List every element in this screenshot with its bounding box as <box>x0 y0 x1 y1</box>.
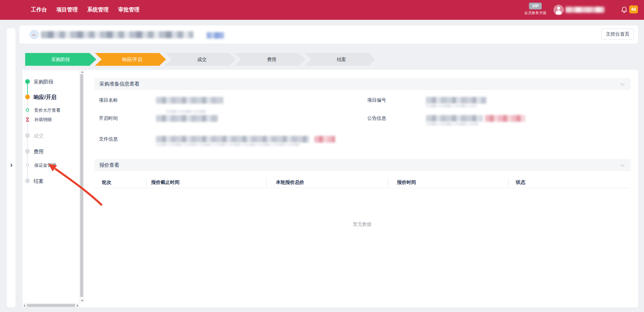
sidebar-item-response-open[interactable]: 响应/开启 <box>34 94 56 101</box>
section-quote-view-title: 报价查看 <box>99 162 119 168</box>
field-label-project-number: 项目编号 <box>367 97 386 103</box>
status-dot-done <box>25 79 30 84</box>
notification-count-badge[interactable]: 46 <box>629 5 638 13</box>
page-header-card: ← 主控台首页 <box>19 25 638 44</box>
horizontal-scrollbar-thumb[interactable] <box>27 304 75 307</box>
column-header-quote-time: 报价时间 <box>397 179 416 186</box>
nav-item-project-management[interactable]: 项目管理 <box>56 6 78 13</box>
announcement-link-redacted <box>485 115 525 122</box>
step-close-case[interactable]: 结案 <box>304 53 375 66</box>
status-dot-disabled <box>25 133 30 138</box>
nav-item-workbench[interactable]: 工作台 <box>31 6 47 13</box>
step-response-open[interactable]: 响应/开启 <box>95 53 166 66</box>
field-label-open-time: 开启时间 <box>99 115 118 121</box>
column-header-status: 状态 <box>516 179 525 186</box>
announcement-value-redacted-line2 <box>426 122 478 125</box>
main-panel: 采购准备信息查看 项目名称 项目编号 开启时间 公告信息 文件信息 报价查看 <box>84 70 638 307</box>
sidebar-vertical-scrollbar[interactable] <box>79 70 84 303</box>
status-chip-redacted <box>207 32 224 39</box>
sidebar-item-deposit-management[interactable]: 保证金管理 <box>34 162 56 168</box>
scroll-right-arrow-icon[interactable] <box>77 304 78 307</box>
vip-caption: 会员服务升级 <box>523 10 548 15</box>
status-ring-deposit <box>26 163 29 167</box>
nav-item-approval-management[interactable]: 审批管理 <box>118 6 140 13</box>
open-time-value-redacted-line0 <box>166 110 206 113</box>
column-divider <box>146 178 146 187</box>
step-purchase-stage[interactable]: 采购阶段 <box>25 53 96 66</box>
vertical-scrollbar-thumb[interactable] <box>80 74 83 297</box>
back-icon: ← <box>32 31 37 37</box>
sidebar-item-purchase-stage[interactable]: 采购阶段 <box>34 79 54 85</box>
console-home-button[interactable]: 主控台首页 <box>601 29 634 40</box>
file-info-value-redacted-line2 <box>156 143 300 146</box>
project-number-value-redacted <box>426 97 486 104</box>
field-label-project-name: 项目名称 <box>99 97 118 103</box>
file-info-value-redacted <box>156 136 310 143</box>
table-header-border <box>95 188 630 188</box>
scroll-left-arrow-icon[interactable] <box>23 304 25 307</box>
project-number-value-redacted-line2 <box>426 104 476 107</box>
column-header-quote-deadline: 报价截止时间 <box>151 179 179 186</box>
expand-panel-chevron-right-icon[interactable] <box>9 164 13 167</box>
scroll-down-arrow-icon[interactable] <box>81 300 84 302</box>
sidebar-item-fee[interactable]: 费用 <box>34 149 44 155</box>
empty-data-text: 暂无数据 <box>95 221 630 227</box>
collapse-chevron-down-icon[interactable] <box>620 81 625 86</box>
status-ring-bidding-hall <box>26 108 29 112</box>
sidebar-item-deal[interactable]: 成交 <box>34 133 44 139</box>
user-avatar[interactable] <box>553 5 564 15</box>
main-menu: 工作台 项目管理 系统管理 审批管理 <box>31 0 140 20</box>
status-dot-pending <box>25 149 30 154</box>
section-quote-view-header[interactable]: 报价查看 <box>95 159 631 171</box>
vip-upgrade[interactable]: VIP 会员服务升级 <box>523 3 548 15</box>
file-info-link-redacted <box>314 136 335 143</box>
sidebar-horizontal-scrollbar[interactable] <box>22 303 79 307</box>
column-divider <box>266 178 267 187</box>
sidebar-item-bidding-hall-view[interactable]: 竞价大厅查看 <box>34 107 60 113</box>
field-label-file-info: 文件信息 <box>99 136 118 142</box>
hourglass-icon <box>25 117 30 122</box>
sidebar-item-close-case[interactable]: 结案 <box>34 178 44 185</box>
open-time-value-redacted <box>156 115 218 122</box>
collapsed-panel <box>7 28 15 307</box>
announcement-value-redacted <box>426 115 482 122</box>
field-label-announcement-info: 公告信息 <box>367 115 386 121</box>
status-dot-pending <box>25 178 30 183</box>
step-deal[interactable]: 成交 <box>165 53 236 66</box>
username-redacted <box>566 7 604 13</box>
section-purchase-prep-title: 采购准备信息查看 <box>99 81 140 87</box>
vip-icon: VIP <box>529 3 542 9</box>
section-purchase-prep-header[interactable]: 采购准备信息查看 <box>95 78 631 90</box>
top-navbar: 工作台 项目管理 系统管理 审批管理 VIP 会员服务升级 46 <box>0 0 644 20</box>
column-divider <box>388 178 388 187</box>
sidebar-item-fill-details[interactable]: 补填明细 <box>34 117 52 123</box>
column-header-round: 轮次 <box>102 179 111 186</box>
nav-item-system-management[interactable]: 系统管理 <box>87 6 109 13</box>
back-button[interactable]: ← <box>30 30 39 39</box>
column-header-round-total: 本轮报价总价 <box>276 179 304 186</box>
project-name-value-redacted <box>156 97 223 104</box>
bell-icon[interactable] <box>621 6 628 14</box>
project-title-redacted <box>41 31 194 38</box>
status-dot-active <box>25 95 30 99</box>
content-card: 采购阶段 响应/开启 竞价大厅查看 补填明细 成交 费用 保证金管理 结案 <box>22 70 638 307</box>
scrollbar-corner <box>79 303 84 307</box>
step-fee[interactable]: 费用 <box>234 53 306 66</box>
procurement-project-page: 工作台 项目管理 系统管理 审批管理 VIP 会员服务升级 46 ← 主控台首页… <box>0 0 644 312</box>
scroll-up-arrow-icon[interactable] <box>81 71 84 73</box>
collapse-chevron-down-icon[interactable] <box>620 162 625 167</box>
column-divider <box>508 178 508 187</box>
